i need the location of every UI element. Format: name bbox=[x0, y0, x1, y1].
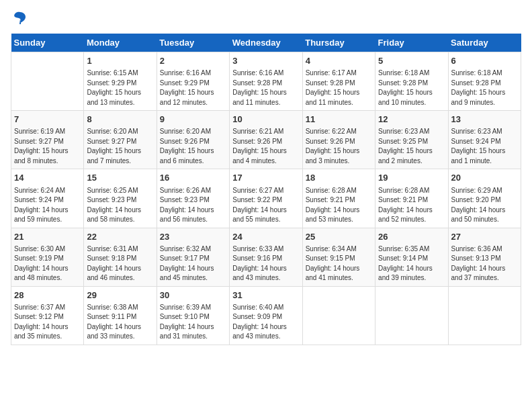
day-cell: 15Sunrise: 6:25 AMSunset: 9:23 PMDayligh… bbox=[84, 169, 157, 228]
column-header-thursday: Thursday bbox=[302, 34, 375, 52]
day-number: 17 bbox=[232, 172, 299, 184]
day-cell: 20Sunrise: 6:29 AMSunset: 9:20 PMDayligh… bbox=[448, 169, 521, 228]
day-number: 28 bbox=[14, 289, 81, 302]
calendar-table: SundayMondayTuesdayWednesdayThursdayFrid… bbox=[11, 34, 521, 345]
day-info: Sunrise: 6:25 AMSunset: 9:23 PMDaylight:… bbox=[87, 186, 153, 225]
day-info: Sunrise: 6:16 AMSunset: 9:28 PMDaylight:… bbox=[232, 68, 299, 107]
day-number: 22 bbox=[87, 231, 153, 243]
week-row-2: 7Sunrise: 6:19 AMSunset: 9:27 PMDaylight… bbox=[11, 111, 521, 169]
day-cell: 26Sunrise: 6:35 AMSunset: 9:14 PMDayligh… bbox=[375, 228, 448, 286]
day-info: Sunrise: 6:40 AMSunset: 9:09 PMDaylight:… bbox=[232, 303, 299, 342]
column-header-friday: Friday bbox=[375, 34, 448, 52]
day-cell: 12Sunrise: 6:23 AMSunset: 9:25 PMDayligh… bbox=[375, 111, 448, 169]
day-number: 23 bbox=[160, 231, 226, 243]
day-cell: 30Sunrise: 6:39 AMSunset: 9:10 PMDayligh… bbox=[157, 286, 229, 345]
column-header-saturday: Saturday bbox=[448, 34, 521, 52]
day-number: 3 bbox=[232, 55, 299, 67]
day-info: Sunrise: 6:15 AMSunset: 9:29 PMDaylight:… bbox=[87, 68, 153, 107]
column-header-monday: Monday bbox=[84, 34, 157, 52]
day-info: Sunrise: 6:36 AMSunset: 9:13 PMDaylight:… bbox=[451, 244, 518, 283]
day-number: 14 bbox=[14, 172, 81, 184]
day-info: Sunrise: 6:23 AMSunset: 9:25 PMDaylight:… bbox=[378, 127, 445, 166]
day-number: 31 bbox=[232, 289, 299, 302]
day-info: Sunrise: 6:32 AMSunset: 9:17 PMDaylight:… bbox=[160, 244, 226, 283]
day-cell: 7Sunrise: 6:19 AMSunset: 9:27 PMDaylight… bbox=[11, 111, 84, 169]
day-cell: 23Sunrise: 6:32 AMSunset: 9:17 PMDayligh… bbox=[157, 228, 229, 286]
day-cell: 13Sunrise: 6:23 AMSunset: 9:24 PMDayligh… bbox=[448, 111, 521, 169]
header-row: SundayMondayTuesdayWednesdayThursdayFrid… bbox=[11, 34, 521, 52]
week-row-4: 21Sunrise: 6:30 AMSunset: 9:19 PMDayligh… bbox=[11, 228, 521, 286]
day-cell bbox=[11, 52, 84, 111]
day-cell: 9Sunrise: 6:20 AMSunset: 9:26 PMDaylight… bbox=[157, 111, 229, 169]
day-number: 4 bbox=[306, 55, 372, 67]
day-number: 21 bbox=[14, 231, 81, 243]
day-info: Sunrise: 6:29 AMSunset: 9:20 PMDaylight:… bbox=[451, 186, 518, 225]
day-cell: 4Sunrise: 6:17 AMSunset: 9:28 PMDaylight… bbox=[302, 52, 375, 111]
day-info: Sunrise: 6:27 AMSunset: 9:22 PMDaylight:… bbox=[232, 186, 299, 225]
day-number: 20 bbox=[451, 172, 518, 184]
day-cell: 1Sunrise: 6:15 AMSunset: 9:29 PMDaylight… bbox=[84, 52, 157, 111]
day-info: Sunrise: 6:20 AMSunset: 9:26 PMDaylight:… bbox=[160, 127, 226, 166]
day-number: 30 bbox=[160, 289, 226, 302]
day-number: 9 bbox=[160, 113, 226, 126]
day-number: 11 bbox=[306, 113, 372, 126]
day-cell bbox=[375, 286, 448, 345]
day-cell: 8Sunrise: 6:20 AMSunset: 9:27 PMDaylight… bbox=[84, 111, 157, 169]
day-cell: 11Sunrise: 6:22 AMSunset: 9:26 PMDayligh… bbox=[302, 111, 375, 169]
day-cell: 14Sunrise: 6:24 AMSunset: 9:24 PMDayligh… bbox=[11, 169, 84, 228]
day-cell: 19Sunrise: 6:28 AMSunset: 9:21 PMDayligh… bbox=[375, 169, 448, 228]
day-info: Sunrise: 6:34 AMSunset: 9:15 PMDaylight:… bbox=[306, 244, 372, 283]
day-info: Sunrise: 6:16 AMSunset: 9:29 PMDaylight:… bbox=[160, 68, 226, 107]
day-info: Sunrise: 6:26 AMSunset: 9:23 PMDaylight:… bbox=[160, 186, 226, 225]
day-cell: 27Sunrise: 6:36 AMSunset: 9:13 PMDayligh… bbox=[448, 228, 521, 286]
day-info: Sunrise: 6:20 AMSunset: 9:27 PMDaylight:… bbox=[87, 127, 153, 166]
day-cell: 31Sunrise: 6:40 AMSunset: 9:09 PMDayligh… bbox=[230, 286, 302, 345]
day-cell: 18Sunrise: 6:28 AMSunset: 9:21 PMDayligh… bbox=[302, 169, 375, 228]
day-cell: 3Sunrise: 6:16 AMSunset: 9:28 PMDaylight… bbox=[230, 52, 302, 111]
week-row-3: 14Sunrise: 6:24 AMSunset: 9:24 PMDayligh… bbox=[11, 169, 521, 228]
day-number: 29 bbox=[87, 289, 153, 302]
week-row-1: 1Sunrise: 6:15 AMSunset: 9:29 PMDaylight… bbox=[11, 52, 521, 111]
day-cell: 22Sunrise: 6:31 AMSunset: 9:18 PMDayligh… bbox=[84, 228, 157, 286]
day-info: Sunrise: 6:33 AMSunset: 9:16 PMDaylight:… bbox=[232, 244, 299, 283]
day-number: 10 bbox=[232, 113, 299, 126]
day-number: 12 bbox=[378, 113, 445, 126]
day-info: Sunrise: 6:18 AMSunset: 9:28 PMDaylight:… bbox=[451, 68, 518, 107]
day-cell: 28Sunrise: 6:37 AMSunset: 9:12 PMDayligh… bbox=[11, 286, 84, 345]
column-header-sunday: Sunday bbox=[11, 34, 84, 52]
day-cell: 6Sunrise: 6:18 AMSunset: 9:28 PMDaylight… bbox=[448, 52, 521, 111]
day-info: Sunrise: 6:37 AMSunset: 9:12 PMDaylight:… bbox=[14, 303, 81, 342]
day-info: Sunrise: 6:39 AMSunset: 9:10 PMDaylight:… bbox=[160, 303, 226, 342]
week-row-5: 28Sunrise: 6:37 AMSunset: 9:12 PMDayligh… bbox=[11, 286, 521, 345]
day-info: Sunrise: 6:35 AMSunset: 9:14 PMDaylight:… bbox=[378, 244, 445, 283]
day-cell: 21Sunrise: 6:30 AMSunset: 9:19 PMDayligh… bbox=[11, 228, 84, 286]
day-number: 6 bbox=[451, 55, 518, 67]
day-number: 18 bbox=[306, 172, 372, 184]
day-cell bbox=[448, 286, 521, 345]
day-number: 25 bbox=[306, 231, 372, 243]
day-info: Sunrise: 6:28 AMSunset: 9:21 PMDaylight:… bbox=[378, 186, 445, 225]
day-cell: 29Sunrise: 6:38 AMSunset: 9:11 PMDayligh… bbox=[84, 286, 157, 345]
day-info: Sunrise: 6:17 AMSunset: 9:28 PMDaylight:… bbox=[306, 68, 372, 107]
day-number: 15 bbox=[87, 172, 153, 184]
day-cell bbox=[302, 286, 375, 345]
day-number: 13 bbox=[451, 113, 518, 126]
day-number: 26 bbox=[378, 231, 445, 243]
column-header-wednesday: Wednesday bbox=[230, 34, 302, 52]
day-number: 16 bbox=[160, 172, 226, 184]
column-header-tuesday: Tuesday bbox=[157, 34, 229, 52]
logo bbox=[11, 11, 27, 27]
day-info: Sunrise: 6:30 AMSunset: 9:19 PMDaylight:… bbox=[14, 244, 81, 283]
day-info: Sunrise: 6:38 AMSunset: 9:11 PMDaylight:… bbox=[87, 303, 153, 342]
day-info: Sunrise: 6:22 AMSunset: 9:26 PMDaylight:… bbox=[306, 127, 372, 166]
logo-bird-icon bbox=[13, 11, 27, 27]
day-info: Sunrise: 6:31 AMSunset: 9:18 PMDaylight:… bbox=[87, 244, 153, 283]
day-cell: 17Sunrise: 6:27 AMSunset: 9:22 PMDayligh… bbox=[230, 169, 302, 228]
day-info: Sunrise: 6:28 AMSunset: 9:21 PMDaylight:… bbox=[306, 186, 372, 225]
day-number: 24 bbox=[232, 231, 299, 243]
day-cell: 10Sunrise: 6:21 AMSunset: 9:26 PMDayligh… bbox=[230, 111, 302, 169]
day-number: 2 bbox=[160, 55, 226, 67]
day-number: 19 bbox=[378, 172, 445, 184]
page-header bbox=[11, 11, 521, 27]
day-info: Sunrise: 6:18 AMSunset: 9:28 PMDaylight:… bbox=[378, 68, 445, 107]
